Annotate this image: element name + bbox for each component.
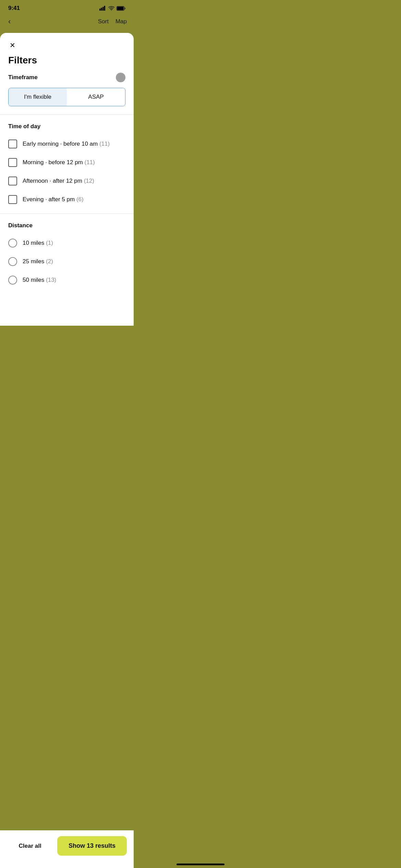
svg-rect-2 [102, 7, 104, 11]
flexible-option[interactable]: I'm flexible [9, 88, 67, 106]
divider-1 [0, 114, 134, 115]
close-button[interactable]: ✕ [8, 40, 17, 51]
time-of-day-label: Time of day [8, 123, 125, 130]
signal-icon [99, 6, 106, 11]
status-bar: 9:41 [0, 0, 134, 14]
early-morning-label: Early morning · before 10 am (11) [23, 141, 110, 147]
map-button[interactable]: Map [116, 18, 127, 25]
timeframe-header: Timeframe [8, 73, 125, 82]
afternoon-count: (12) [84, 178, 94, 184]
status-icons [99, 6, 125, 11]
status-time: 9:41 [8, 5, 20, 12]
morning-label: Morning · before 12 pm (11) [23, 159, 95, 166]
25-miles-label: 25 miles (2) [23, 258, 53, 265]
filter-sheet: ✕ Filters Timeframe I'm flexible ASAP Ti… [0, 33, 134, 326]
back-button[interactable]: ‹ [7, 16, 12, 27]
sort-button[interactable]: Sort [98, 18, 109, 25]
morning-checkbox[interactable] [8, 158, 17, 167]
evening-count: (6) [76, 196, 84, 203]
nav-actions: Sort Map [98, 18, 127, 25]
afternoon-label: Afternoon · after 12 pm (12) [23, 178, 94, 184]
evening-item[interactable]: Evening · after 5 pm (6) [8, 191, 125, 208]
timeframe-toggle-group: I'm flexible ASAP [8, 88, 125, 106]
svg-point-4 [111, 10, 112, 11]
morning-count: (11) [85, 159, 95, 166]
25-miles-count: (2) [46, 258, 53, 265]
10-miles-radio[interactable] [8, 239, 17, 248]
timeframe-toggle-dot [116, 73, 125, 82]
svg-rect-3 [104, 6, 106, 11]
time-of-day-section: Time of day Early morning · before 10 am… [8, 123, 125, 208]
battery-icon [117, 6, 125, 11]
10-miles-count: (1) [46, 240, 53, 246]
svg-rect-0 [99, 9, 101, 11]
afternoon-checkbox[interactable] [8, 177, 17, 185]
time-of-day-list: Early morning · before 10 am (11) Mornin… [8, 135, 125, 208]
10-miles-item[interactable]: 10 miles (1) [8, 234, 125, 252]
afternoon-item[interactable]: Afternoon · after 12 pm (12) [8, 172, 125, 190]
sheet-title: Filters [8, 55, 125, 66]
evening-label: Evening · after 5 pm (6) [23, 196, 84, 203]
timeframe-label: Timeframe [8, 74, 38, 81]
divider-2 [0, 214, 134, 214]
asap-option[interactable]: ASAP [67, 88, 125, 106]
svg-rect-1 [101, 8, 102, 11]
wifi-icon [108, 6, 114, 11]
25-miles-item[interactable]: 25 miles (2) [8, 253, 125, 270]
50-miles-label: 50 miles (13) [23, 277, 56, 284]
50-miles-radio[interactable] [8, 276, 17, 285]
25-miles-radio[interactable] [8, 257, 17, 266]
50-miles-item[interactable]: 50 miles (13) [8, 272, 125, 289]
early-morning-count: (11) [99, 141, 110, 147]
50-miles-count: (13) [46, 277, 56, 283]
timeframe-section: Timeframe I'm flexible ASAP [8, 73, 125, 106]
morning-item[interactable]: Morning · before 12 pm (11) [8, 154, 125, 171]
top-nav: ‹ Sort Map [0, 14, 134, 33]
10-miles-label: 10 miles (1) [23, 240, 53, 246]
early-morning-checkbox[interactable] [8, 140, 17, 148]
svg-rect-6 [117, 7, 124, 10]
early-morning-item[interactable]: Early morning · before 10 am (11) [8, 135, 125, 153]
distance-section: Distance 10 miles (1) 25 miles (2) [8, 222, 125, 289]
evening-checkbox[interactable] [8, 195, 17, 204]
distance-list: 10 miles (1) 25 miles (2) 50 miles (13) [8, 234, 125, 289]
distance-label: Distance [8, 222, 125, 229]
